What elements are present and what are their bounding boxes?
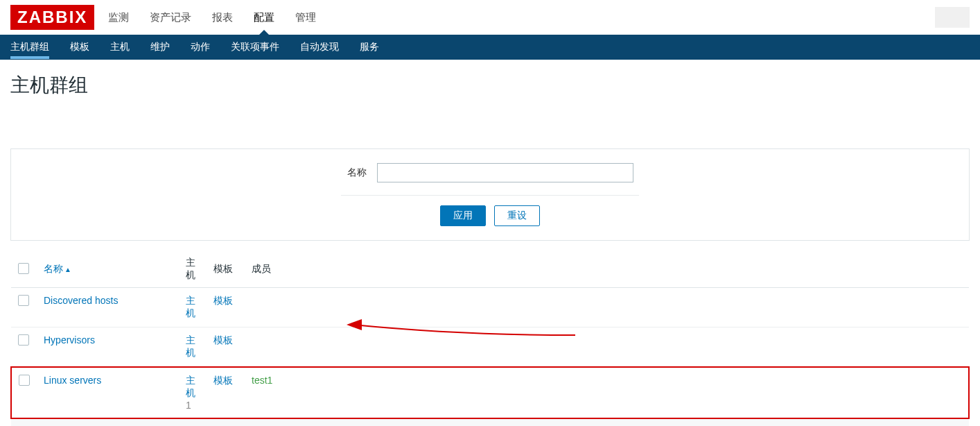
topnav-item-inventory[interactable]: 资产记录 <box>150 1 191 34</box>
row-checkbox[interactable] <box>19 375 30 386</box>
subnav-item-actions[interactable]: 动作 <box>191 35 210 59</box>
col-header-host: 主机 <box>179 251 207 288</box>
group-name-link[interactable]: Linux servers <box>44 375 101 386</box>
reset-button[interactable]: 重设 <box>494 205 540 226</box>
row-checkbox[interactable] <box>18 334 29 346</box>
subnav-item-discovery[interactable]: 自动发现 <box>300 35 339 59</box>
col-header-members: 成员 <box>245 251 969 288</box>
page-title: 主机群组 <box>0 60 980 107</box>
subnav-item-hostgroups[interactable]: 主机群组 <box>10 35 49 59</box>
hostgroups-table: 名称▲ 主机 模板 成员 Discovered hosts 主机 模板 Hype… <box>10 251 970 426</box>
templates-link[interactable]: 模板 <box>213 334 233 346</box>
host-count: 1 <box>186 400 191 411</box>
templates-link[interactable]: 模板 <box>213 295 233 306</box>
select-all-checkbox[interactable] <box>18 263 29 274</box>
user-menu[interactable] <box>935 7 970 28</box>
topnav-item-reports[interactable]: 报表 <box>212 1 233 34</box>
group-name-link[interactable]: Hypervisors <box>44 334 95 346</box>
row-checkbox[interactable] <box>18 295 29 306</box>
apply-button[interactable]: 应用 <box>440 205 486 226</box>
logo[interactable]: ZABBIX <box>10 5 94 30</box>
subnav-item-maintenance[interactable]: 维护 <box>150 35 170 59</box>
topnav: 监测 资产记录 报表 配置 管理 <box>108 1 316 34</box>
templates-link[interactable]: 模板 <box>213 375 233 386</box>
topnav-item-monitoring[interactable]: 监测 <box>108 1 129 34</box>
subnav-item-correlation[interactable]: 关联项事件 <box>231 35 279 59</box>
member-link[interactable]: test1 <box>252 375 272 386</box>
hosts-link[interactable]: 主机 <box>186 334 195 358</box>
hosts-link[interactable]: 主机 <box>186 375 195 398</box>
subnav: 主机群组 模板 主机 维护 动作 关联项事件 自动发现 服务 <box>0 35 980 60</box>
filter-panel: 名称 应用 重设 <box>10 148 970 241</box>
table-row: Discovered hosts 主机 模板 <box>11 288 969 327</box>
subnav-item-templates[interactable]: 模板 <box>70 35 89 59</box>
subnav-item-services[interactable]: 服务 <box>360 35 379 59</box>
table-row-highlighted: Linux servers 主机 1 模板 test1 <box>11 367 969 418</box>
subnav-item-hosts[interactable]: 主机 <box>110 35 130 59</box>
col-header-name[interactable]: 名称▲ <box>44 263 71 274</box>
topnav-item-administration[interactable]: 管理 <box>295 1 316 34</box>
filter-name-input[interactable] <box>377 163 633 182</box>
filter-separator <box>341 195 639 196</box>
group-name-link[interactable]: Discovered hosts <box>44 295 118 306</box>
table-row: Templates 主机 模板 <box>11 418 969 426</box>
col-header-template: 模板 <box>207 251 245 288</box>
topnav-item-configuration[interactable]: 配置 <box>254 1 274 34</box>
filter-name-label: 名称 <box>347 167 367 179</box>
table-row: Hypervisors 主机 模板 <box>11 327 969 368</box>
hosts-link[interactable]: 主机 <box>186 295 195 318</box>
topbar: ZABBIX 监测 资产记录 报表 配置 管理 <box>0 0 980 35</box>
sort-asc-icon: ▲ <box>64 266 71 273</box>
